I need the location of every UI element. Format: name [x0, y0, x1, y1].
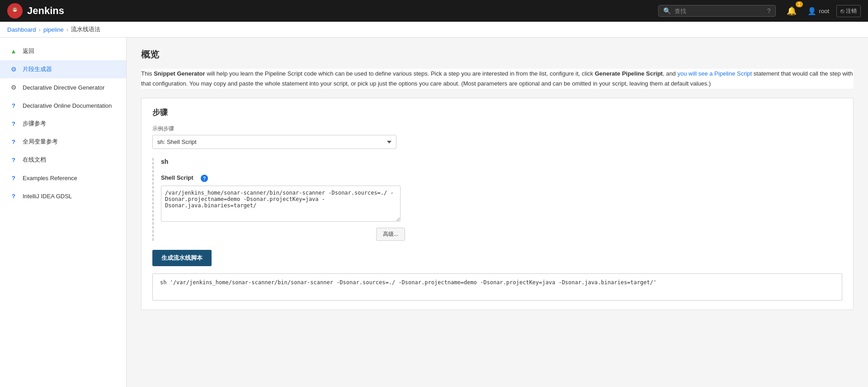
sidebar-item-step-ref[interactable]: ? 步骤参考	[0, 115, 126, 133]
steps-section: 步骤 示例步骤 sh: Shell Script bat: Windows Ba…	[141, 98, 854, 310]
brand-logo[interactable]: Jenkins	[7, 3, 64, 19]
jenkins-logo-icon	[7, 3, 23, 19]
help-icon-docs: ?	[9, 101, 18, 110]
sidebar-item-label-examples: Examples Reference	[23, 175, 77, 182]
sidebar-item-label-back: 返回	[23, 47, 34, 55]
sidebar-item-label-step: 步骤参考	[23, 119, 46, 128]
sidebar-item-label-snippet: 片段生成器	[23, 65, 52, 73]
sidebar-item-global-var[interactable]: ? 全局变量参考	[0, 133, 126, 151]
brand-name: Jenkins	[27, 5, 64, 17]
sidebar-item-label-global: 全局变量参考	[23, 138, 58, 146]
sidebar-item-online-docs[interactable]: ? 在线文档	[0, 151, 126, 169]
breadcrumb: Dashboard › pipeline › 流水线语法	[0, 22, 868, 38]
sidebar-item-label-online: 在线文档	[23, 156, 46, 164]
steps-select-label: 示例步骤	[152, 125, 842, 133]
help-circle-icon: ?	[767, 7, 771, 14]
user-label: root	[819, 8, 829, 14]
sidebar-item-snippet-gen[interactable]: ⚙ 片段生成器	[0, 60, 126, 78]
svg-point-3	[15, 9, 16, 10]
logout-label: 注销	[846, 7, 857, 15]
overview-generate-bold: Generate Pipeline Script	[595, 70, 663, 77]
sidebar-item-declarative-docs[interactable]: ? Declarative Online Documentation	[0, 96, 126, 115]
sidebar-item-label-directive: Declarative Directive Generator	[23, 84, 104, 91]
overview-description: This Snippet Generator will help you lea…	[141, 69, 854, 89]
breadcrumb-current: 流水线语法	[71, 25, 100, 33]
overview-link-text[interactable]: you will see a Pipeline Script	[677, 70, 752, 77]
sidebar-item-label-intellij: IntelliJ IDEA GDSL	[23, 193, 72, 200]
sidebar-item-intellij[interactable]: ? IntelliJ IDEA GDSL	[0, 187, 126, 205]
logout-icon: ⎋	[840, 7, 844, 14]
navbar: Jenkins 🔍 ? 🔔 1 👤 root ⎋ 注销	[0, 0, 868, 22]
output-area: sh '/var/jenkins_home/sonar-scanner/bin/…	[152, 273, 842, 301]
overview-text-part3: , and	[663, 70, 678, 77]
back-arrow-icon: ▲	[9, 47, 18, 56]
main-content: 概览 This Snippet Generator will help you …	[127, 38, 868, 387]
help-icon-online: ?	[9, 155, 18, 164]
shell-script-help-icon[interactable]: ?	[201, 175, 208, 182]
overview-text-part2: will help you learn the Pipeline Script …	[205, 70, 595, 77]
overview-text-part1: This	[141, 70, 154, 77]
sidebar-item-examples-ref[interactable]: ? Examples Reference	[0, 169, 126, 187]
generate-pipeline-button[interactable]: 生成流水线脚本	[152, 250, 212, 266]
svg-point-2	[14, 9, 14, 10]
search-box[interactable]: 🔍 ?	[658, 5, 776, 17]
search-icon: 🔍	[663, 7, 671, 14]
shell-script-label: Shell Script	[161, 172, 197, 181]
sidebar-item-label-docs: Declarative Online Documentation	[23, 102, 112, 109]
shell-script-field-row: Shell Script ?	[161, 172, 842, 182]
notification-count: 1	[796, 1, 803, 7]
gear-icon-directive: ⚙	[9, 83, 18, 92]
breadcrumb-pipeline[interactable]: pipeline	[43, 26, 64, 33]
notification-bell[interactable]: 🔔 1	[783, 4, 800, 18]
generate-btn-row: 生成流水线脚本	[152, 250, 842, 266]
help-icon-examples: ?	[9, 173, 18, 182]
steps-title: 步骤	[152, 107, 842, 118]
gear-icon-snippet: ⚙	[9, 65, 18, 74]
breadcrumb-sep-2: ›	[66, 26, 68, 33]
sidebar-item-declarative-directive[interactable]: ⚙ Declarative Directive Generator	[0, 78, 126, 96]
breadcrumb-dashboard[interactable]: Dashboard	[7, 26, 36, 33]
help-icon-intellij: ?	[9, 191, 18, 201]
steps-select[interactable]: sh: Shell Script bat: Windows Batch Scri…	[152, 135, 396, 149]
help-icon-global: ?	[9, 137, 18, 146]
overview-title: 概览	[141, 48, 854, 62]
shell-script-textarea[interactable]: /var/jenkins_home/sonar-scanner/bin/sona…	[161, 186, 401, 222]
main-layout: ▲ 返回 ⚙ 片段生成器 ⚙ Declarative Directive Gen…	[0, 38, 868, 387]
sidebar-item-back[interactable]: ▲ 返回	[0, 42, 126, 60]
breadcrumb-sep-1: ›	[39, 26, 41, 33]
search-input[interactable]	[675, 8, 764, 14]
sidebar: ▲ 返回 ⚙ 片段生成器 ⚙ Declarative Directive Gen…	[0, 38, 127, 387]
overview-snippet-bold: Snippet Generator	[154, 70, 205, 77]
user-icon: 👤	[807, 7, 816, 15]
sh-label: sh	[161, 158, 842, 165]
user-menu[interactable]: 👤 root	[807, 7, 829, 15]
logout-button[interactable]: ⎋ 注销	[836, 5, 861, 17]
advanced-btn-row: 高级...	[161, 228, 405, 241]
help-icon-step: ?	[9, 119, 18, 128]
sh-block: sh Shell Script ? /var/jenkins_home/sona…	[152, 158, 842, 241]
advanced-button[interactable]: 高级...	[376, 228, 405, 241]
